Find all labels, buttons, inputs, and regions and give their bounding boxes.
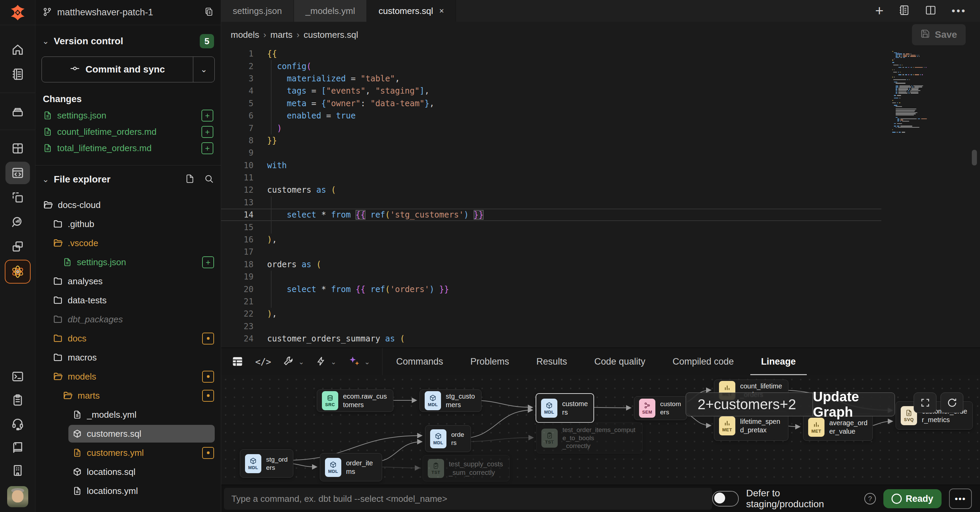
status-ready-button[interactable]: Ready bbox=[883, 489, 942, 508]
lineage-node-customers[interactable]: MDLcustomers bbox=[536, 393, 594, 423]
rail-item-code-editor[interactable] bbox=[5, 162, 30, 184]
refresh-graph-button[interactable] bbox=[940, 392, 963, 413]
more-options-icon[interactable]: ••• bbox=[951, 5, 966, 17]
tree-item-macros[interactable]: macros bbox=[35, 348, 221, 367]
lineage-node-test-supply-costs-sum-correctly[interactable]: TSTtest_supply_costs_sum_correctly bbox=[423, 455, 510, 482]
rail-item-home[interactable] bbox=[5, 38, 30, 61]
rail-item-terminal[interactable] bbox=[5, 365, 30, 388]
code-line-6[interactable]: 6 enabled = true bbox=[221, 110, 881, 122]
ai-assist-icon[interactable] bbox=[348, 355, 360, 369]
help-icon[interactable]: ? bbox=[864, 493, 876, 504]
rail-item-headset[interactable] bbox=[5, 412, 30, 435]
results-table-icon[interactable] bbox=[231, 355, 243, 369]
stage-file-button[interactable]: + bbox=[202, 256, 214, 268]
code-line-15[interactable]: 15 bbox=[221, 221, 881, 233]
lineage-node-order-items[interactable]: MDLorder_items bbox=[320, 453, 382, 482]
code-line-23[interactable]: 23 bbox=[221, 321, 881, 333]
lineage-node-test-order-items-compute-to-bools[interactable]: TSTtest_order_items_compute_to_bools_cor… bbox=[536, 423, 643, 453]
copy-icon[interactable] bbox=[204, 7, 214, 18]
defer-toggle[interactable] bbox=[712, 491, 738, 507]
breadcrumb-segment[interactable]: customers.sql bbox=[304, 30, 358, 40]
notebook-icon[interactable] bbox=[898, 5, 910, 18]
tree-item--github[interactable]: .github bbox=[35, 214, 221, 233]
command-input[interactable]: Type a command, ex. dbt build --select <… bbox=[224, 488, 712, 510]
panel-tab-code-quality[interactable]: Code quality bbox=[581, 348, 659, 375]
lineage-node-orders[interactable]: MDLorders bbox=[425, 425, 471, 452]
tree-item-docs[interactable]: docs bbox=[35, 329, 221, 348]
code-line-10[interactable]: 10with bbox=[221, 160, 881, 172]
code-line-22[interactable]: 22), bbox=[221, 308, 881, 320]
code-line-11[interactable]: 11 bbox=[221, 172, 881, 184]
tree-item-data-tests[interactable]: data-tests bbox=[35, 291, 221, 310]
version-control-header[interactable]: ⌄ Version control 5 bbox=[35, 25, 221, 52]
stage-file-button[interactable]: + bbox=[202, 110, 213, 121]
stage-file-button[interactable]: + bbox=[202, 126, 213, 138]
code-line-16[interactable]: 16), bbox=[221, 233, 881, 246]
code-line-3[interactable]: 3 materialized = "table", bbox=[221, 72, 881, 85]
editor-tab--models-yml[interactable]: _models.yml bbox=[294, 0, 367, 22]
lineage-query-input[interactable]: 2+customers+2 bbox=[686, 393, 813, 416]
panel-tab-problems[interactable]: Problems bbox=[457, 348, 523, 375]
rail-item-dashboard[interactable] bbox=[5, 137, 30, 160]
code-line-21[interactable]: 21 bbox=[221, 295, 881, 308]
panel-tab-lineage[interactable]: Lineage bbox=[748, 348, 810, 375]
editor-tab-customers-sql[interactable]: customers.sql× bbox=[367, 0, 456, 22]
new-file-icon[interactable] bbox=[185, 174, 195, 185]
dbt-logo-icon[interactable] bbox=[0, 0, 35, 25]
code-line-19[interactable]: 19 bbox=[221, 271, 881, 283]
code-line-2[interactable]: 2 config( bbox=[221, 60, 881, 72]
split-editor-icon[interactable] bbox=[925, 5, 937, 18]
stage-file-button[interactable]: + bbox=[202, 142, 213, 154]
user-avatar[interactable] bbox=[7, 486, 28, 507]
code-line-17[interactable]: 17 bbox=[221, 246, 881, 258]
save-button[interactable]: Save bbox=[912, 24, 966, 45]
panel-tab-compiled-code[interactable]: Compiled code bbox=[659, 348, 748, 375]
breadcrumb-segment[interactable]: models bbox=[231, 30, 259, 40]
rail-item-book[interactable] bbox=[5, 436, 30, 458]
tree-item--models-yml[interactable]: _models.yml bbox=[35, 405, 221, 424]
rail-item-atom[interactable] bbox=[5, 260, 30, 284]
lineage-node-stg-orders[interactable]: MDLstg_orders bbox=[240, 449, 293, 478]
commit-and-sync-button[interactable]: Commit and sync bbox=[42, 57, 193, 82]
search-icon[interactable] bbox=[204, 174, 214, 185]
tree-item-locations-sql[interactable]: locations.sql bbox=[35, 462, 221, 482]
code-line-12[interactable]: 12customers as ( bbox=[221, 184, 881, 196]
rail-item-explore[interactable] bbox=[5, 211, 30, 233]
tree-item--vscode[interactable]: .vscode bbox=[35, 233, 221, 253]
update-graph-button[interactable]: Update Graph bbox=[813, 393, 894, 416]
code-line-5[interactable]: 5 meta = {"owner": "data-team"}, bbox=[221, 97, 881, 110]
changed-file-row[interactable]: settings.json+ bbox=[35, 107, 221, 124]
rail-item-building[interactable] bbox=[5, 459, 30, 482]
tree-item-marts[interactable]: marts bbox=[35, 386, 221, 405]
build-tools-icon[interactable] bbox=[283, 356, 294, 368]
new-tab-icon[interactable]: + bbox=[875, 3, 884, 19]
tree-item-customers-sql[interactable]: customers.sql bbox=[35, 424, 221, 443]
file-explorer-header[interactable]: ⌄ File explorer bbox=[35, 166, 221, 191]
breadcrumb-segment[interactable]: marts bbox=[270, 30, 293, 40]
branch-selector[interactable]: matthewshaver-patch-1 bbox=[35, 0, 221, 25]
fullscreen-button[interactable] bbox=[914, 392, 937, 413]
minimap[interactable] bbox=[892, 51, 943, 133]
lineage-node-stg-customers[interactable]: MDLstg_customers bbox=[420, 389, 482, 412]
code-editor[interactable]: 1{{2 config(3 materialized = "table",4 t… bbox=[221, 48, 980, 348]
code-line-18[interactable]: 18orders as ( bbox=[221, 258, 881, 271]
code-line-8[interactable]: 8}} bbox=[221, 134, 881, 147]
tree-item-analyses[interactable]: analyses bbox=[35, 272, 221, 291]
code-line-1[interactable]: 1{{ bbox=[221, 48, 881, 60]
code-line-14[interactable]: 14 select * from {{ ref('stg_customers')… bbox=[221, 209, 881, 221]
lineage-node-ecom-raw-customers[interactable]: SRCecom.raw_customers bbox=[317, 389, 393, 412]
editor-tab-settings-json[interactable]: settings.json bbox=[221, 0, 294, 22]
tree-item-locations-yml[interactable]: locations.yml bbox=[35, 482, 221, 501]
code-line-13[interactable]: 13 bbox=[221, 196, 881, 209]
code-line-20[interactable]: 20 select * from {{ ref('orders') }} bbox=[221, 283, 881, 295]
code-panel-icon[interactable]: </> bbox=[255, 357, 271, 367]
changed-file-row[interactable]: count_lifetime_orders.md+ bbox=[35, 124, 221, 140]
close-tab-icon[interactable]: × bbox=[439, 6, 444, 16]
rail-item-windows[interactable] bbox=[5, 235, 30, 258]
chevron-down-icon[interactable]: ⌄ bbox=[331, 358, 337, 366]
lineage-canvas[interactable]: SRCecom.raw_customersMDLstg_customersMDL… bbox=[221, 375, 980, 485]
panel-tab-commands[interactable]: Commands bbox=[382, 348, 457, 375]
command-more-button[interactable]: ••• bbox=[949, 488, 972, 509]
chevron-down-icon[interactable]: ⌄ bbox=[364, 358, 370, 366]
editor-scrollbar[interactable] bbox=[972, 150, 977, 166]
